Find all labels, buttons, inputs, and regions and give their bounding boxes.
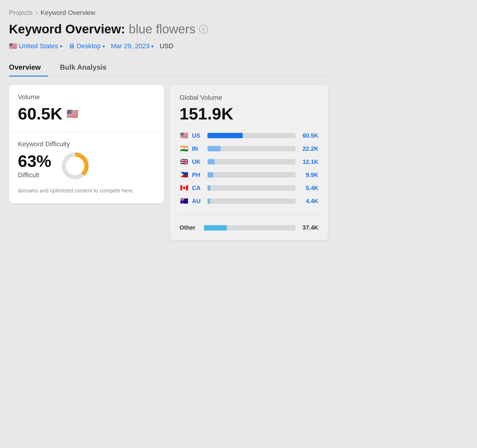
bar-uk: [207, 159, 295, 164]
date-chevron-icon: ▾: [151, 43, 154, 49]
bar-in: [207, 146, 295, 151]
volume-label: Volume: [18, 93, 155, 101]
global-volume-label: Global Volume: [179, 94, 318, 102]
volume-number: 60.5K: [18, 104, 62, 123]
title-prefix: Keyword Overview:: [9, 22, 125, 36]
left-column: Volume 60.5K 🇺🇸 Keyword Difficulty 63% D…: [9, 85, 164, 203]
device-chevron-icon: ▾: [103, 43, 105, 49]
country-flag: 🇺🇸: [9, 42, 17, 50]
country-row-ca: 🇨🇦 CA 5.4K: [179, 184, 318, 192]
flag-ph: 🇵🇭: [179, 171, 188, 179]
device-label: Desktop: [77, 42, 101, 50]
flag-au: 🇦🇺: [179, 197, 188, 205]
country-chevron-icon: ▾: [60, 43, 62, 49]
country-list: 🇺🇸 US 60.5K 🇮🇳 IN 22.2K 🇬🇧 UK: [179, 132, 318, 231]
code-ca: CA: [192, 185, 204, 192]
code-ph: PH: [192, 172, 204, 178]
kd-description: domains and optimized content to compete…: [18, 187, 155, 195]
country-row-uk: 🇬🇧 UK 12.1K: [179, 158, 318, 166]
volume-in: 22.2K: [299, 145, 318, 152]
other-label: Other: [179, 224, 200, 231]
country-row-au: 🇦🇺 AU 4.4K: [179, 197, 318, 205]
flag-us: 🇺🇸: [179, 132, 188, 139]
divider: [179, 214, 318, 215]
volume-other: 37.4K: [299, 224, 318, 231]
bar-fill-au: [207, 198, 210, 204]
keyword-difficulty-card: Keyword Difficulty 63% Difficult domains…: [9, 132, 164, 203]
country-filter[interactable]: 🇺🇸 United States ▾: [9, 42, 62, 50]
currency-label: USD: [159, 42, 173, 50]
bar-ca: [207, 185, 295, 191]
bar-fill-us: [207, 133, 243, 138]
flag-uk: 🇬🇧: [179, 158, 188, 166]
date-filter[interactable]: Mar 29, 2023 ▾: [111, 42, 154, 50]
bar-fill-ca: [207, 185, 210, 191]
volume-us: 60.5K: [299, 132, 318, 139]
tab-overview[interactable]: Overview: [9, 60, 48, 77]
bar-fill-ph: [207, 172, 213, 178]
page-title: Keyword Overview: blue flowers +: [9, 22, 328, 36]
bar-ph: [207, 172, 295, 178]
code-au: AU: [192, 198, 204, 205]
breadcrumb: Projects > Keyword Overview: [9, 9, 328, 17]
date-label: Mar 29, 2023: [111, 42, 150, 50]
bar-au: [207, 198, 295, 204]
title-keyword: blue flowers: [129, 22, 196, 36]
country-row-in: 🇮🇳 IN 22.2K: [179, 145, 318, 153]
code-in: IN: [192, 145, 204, 152]
breadcrumb-parent[interactable]: Projects: [9, 9, 32, 17]
volume-ph: 9.9K: [299, 172, 318, 178]
volume-value-row: 60.5K 🇺🇸: [18, 104, 155, 123]
add-keyword-icon[interactable]: +: [199, 25, 208, 34]
device-icon: 🖥: [68, 42, 75, 50]
code-uk: UK: [192, 158, 204, 165]
volume-card: Volume 60.5K 🇺🇸: [9, 85, 164, 132]
bar-us: [207, 133, 295, 138]
global-volume-value: 151.9K: [179, 104, 318, 123]
country-row-other: Other 37.4K: [179, 224, 318, 231]
kd-label: Keyword Difficulty: [18, 140, 155, 148]
bar-other: [204, 225, 295, 231]
tab-bulk-analysis[interactable]: Bulk Analysis: [60, 60, 114, 77]
kd-body: 63% Difficult: [18, 151, 155, 181]
volume-flag: 🇺🇸: [66, 108, 78, 119]
tabs-row: Overview Bulk Analysis: [9, 60, 328, 77]
bar-fill-other: [204, 225, 227, 231]
kd-sublabel: Difficult: [18, 171, 51, 179]
global-volume-card: Global Volume 151.9K 🇺🇸 US 60.5K 🇮🇳 IN 2…: [170, 85, 328, 240]
filters-row: 🇺🇸 United States ▾ 🖥 Desktop ▾ Mar 29, 2…: [9, 42, 328, 50]
device-filter[interactable]: 🖥 Desktop ▾: [68, 42, 105, 50]
volume-ca: 5.4K: [299, 185, 318, 192]
flag-ca: 🇨🇦: [179, 184, 188, 192]
country-row-ph: 🇵🇭 PH 9.9K: [179, 171, 318, 179]
code-us: US: [192, 132, 204, 139]
country-row-us: 🇺🇸 US 60.5K: [179, 132, 318, 139]
country-label: United States: [19, 42, 58, 50]
bar-fill-in: [207, 146, 221, 151]
breadcrumb-current: Keyword Overview: [41, 9, 95, 17]
main-grid: Volume 60.5K 🇺🇸 Keyword Difficulty 63% D…: [9, 85, 328, 240]
kd-text: 63% Difficult: [18, 153, 51, 179]
breadcrumb-separator: >: [35, 10, 38, 16]
kd-donut-chart: [60, 151, 90, 181]
volume-au: 4.4K: [299, 198, 318, 205]
bar-fill-uk: [207, 159, 215, 164]
volume-uk: 12.1K: [299, 158, 318, 165]
kd-value: 63%: [18, 153, 51, 169]
flag-in: 🇮🇳: [179, 145, 188, 153]
